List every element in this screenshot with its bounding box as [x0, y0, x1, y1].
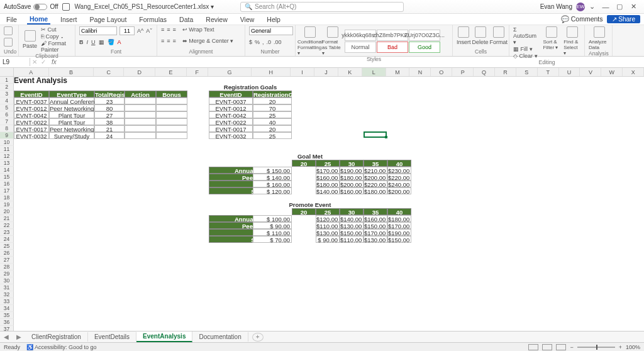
cell[interactable]: $180.00 [364, 187, 387, 194]
column-header[interactable]: X [623, 68, 644, 76]
column-header[interactable]: B [49, 68, 94, 76]
cell[interactable]: 35 [364, 160, 387, 167]
cell[interactable]: 25 [316, 208, 340, 215]
cell[interactable]: 40 [387, 208, 411, 215]
italic-button[interactable]: I [87, 39, 89, 45]
tab-formulas[interactable]: Formulas [136, 15, 169, 24]
column-header[interactable]: H [252, 68, 291, 76]
row-header[interactable]: 34 [0, 305, 14, 312]
undo-icon[interactable] [4, 26, 13, 35]
align-center-icon[interactable]: ≡ [167, 38, 170, 44]
font-name-input[interactable] [79, 26, 117, 35]
formula-bar[interactable] [60, 62, 644, 63]
sheet-tab[interactable]: ClientRegistration [25, 332, 88, 342]
merge-center-button[interactable]: ⬌ Merge & Center ▾ [182, 38, 234, 44]
cell[interactable]: EVNT-0037 [14, 98, 49, 104]
cell[interactable]: EVNT-0037 [209, 98, 253, 104]
row-header[interactable]: 29 [0, 270, 14, 277]
cell[interactable]: EVNT-0042 [14, 111, 49, 118]
add-sheet-button[interactable]: + [252, 333, 264, 342]
clear-button[interactable]: ◇ Clear ▾ [513, 53, 539, 59]
percent-icon[interactable]: % [255, 39, 260, 45]
cell[interactable]: Peer Networking [49, 104, 94, 111]
column-header[interactable]: P [452, 68, 474, 76]
comments-button[interactable]: 💬 Comments [561, 15, 603, 23]
cell[interactable]: $170.00 [364, 229, 387, 236]
cell[interactable]: 25 [253, 111, 292, 118]
comma-icon[interactable]: , [262, 39, 264, 45]
column-header[interactable]: V [580, 68, 601, 76]
cell[interactable]: 80 [94, 104, 125, 111]
cell[interactable]: EVNT-0017 [209, 125, 253, 132]
align-left-icon[interactable]: ≡ [161, 38, 164, 44]
cell[interactable]: Plant Tour [49, 111, 94, 118]
row-header[interactable]: 16 [0, 181, 14, 187]
row-header[interactable]: 32 [0, 291, 14, 298]
cell[interactable]: 20 [253, 125, 292, 132]
column-header[interactable]: A [14, 68, 49, 76]
row-header[interactable]: 7 [0, 118, 14, 125]
cell[interactable]: $ 90.00 [316, 236, 340, 243]
cell[interactable]: EventID [209, 91, 253, 98]
column-header[interactable]: C [94, 68, 124, 76]
cell[interactable]: 70 [253, 104, 292, 111]
user-account[interactable]: Evan Wang EW [540, 3, 585, 11]
cell[interactable]: Promote Event [209, 201, 411, 208]
normal-view-icon[interactable] [528, 344, 538, 350]
row-header[interactable]: 30 [0, 277, 14, 284]
cell[interactable]: TotalRegistrants [94, 91, 125, 98]
cell[interactable]: 30 [340, 208, 364, 215]
enter-icon[interactable]: ✓ [39, 58, 48, 65]
cell[interactable]: 20 [292, 208, 316, 215]
row-header[interactable]: 14 [0, 167, 14, 174]
row-header[interactable]: 11 [0, 146, 14, 153]
close-icon[interactable]: ✕ [626, 3, 640, 11]
fx-icon[interactable]: fx [48, 58, 60, 65]
cell[interactable]: $150.00 [387, 236, 411, 243]
cell[interactable]: $170.00 [387, 222, 411, 229]
cell[interactable]: $220.00 [364, 181, 387, 187]
paste-button[interactable]: Paste [23, 30, 37, 49]
cell[interactable]: $ 140.00 [253, 174, 292, 181]
cell[interactable]: 25 [253, 132, 292, 139]
column-header[interactable]: L [362, 68, 386, 76]
column-header[interactable]: I [291, 68, 314, 76]
toggle-off-icon[interactable] [33, 4, 47, 10]
cell[interactable]: EventType [49, 91, 94, 98]
cell[interactable]: Survey/Study [49, 132, 94, 139]
insert-cells-button[interactable]: Insert [457, 26, 471, 45]
cell-style-chip[interactable]: zhZ8mb7PKF... [377, 30, 408, 41]
row-header[interactable]: 5 [0, 104, 14, 111]
row-header[interactable]: 15 [0, 174, 14, 181]
active-cell[interactable] [364, 131, 387, 138]
cell[interactable]: RegistrationGoal [253, 91, 292, 98]
zoom-out-button[interactable]: − [570, 344, 573, 350]
cell[interactable] [156, 104, 187, 111]
cell[interactable]: $ 70.00 [253, 236, 292, 243]
zoom-level[interactable]: 100% [626, 344, 640, 350]
format-painter-button[interactable]: 🖌 Format Painter [41, 40, 71, 53]
cell[interactable]: Registration Goals [209, 84, 292, 91]
zoom-slider[interactable] [577, 347, 615, 348]
cell[interactable] [125, 118, 156, 125]
cell[interactable]: EVNT-0012 [14, 104, 49, 111]
delete-cells-button[interactable]: Delete [472, 26, 489, 45]
cell[interactable] [156, 98, 187, 104]
column-header[interactable]: J [314, 68, 338, 76]
format-cells-button[interactable]: Format [490, 26, 508, 45]
cell[interactable]: $180.00 [387, 215, 411, 222]
cell[interactable] [125, 125, 156, 132]
column-header[interactable]: E [155, 68, 187, 76]
row-header[interactable]: 25 [0, 243, 14, 250]
column-header[interactable]: U [559, 68, 580, 76]
cell[interactable]: $200.00 [387, 187, 411, 194]
cell[interactable]: $110.00 [340, 236, 364, 243]
row-header[interactable]: 13 [0, 160, 14, 167]
column-header[interactable]: W [601, 68, 623, 76]
column-header[interactable]: T [538, 68, 559, 76]
column-header[interactable]: Q [474, 68, 495, 76]
cell[interactable]: $240.00 [387, 181, 411, 187]
search-box[interactable]: 🔍 Search (Alt+Q) [240, 2, 404, 12]
sort-filter-button[interactable]: Sort & Filter ▾ [543, 26, 560, 59]
tab-page-layout[interactable]: Page Layout [87, 15, 129, 24]
